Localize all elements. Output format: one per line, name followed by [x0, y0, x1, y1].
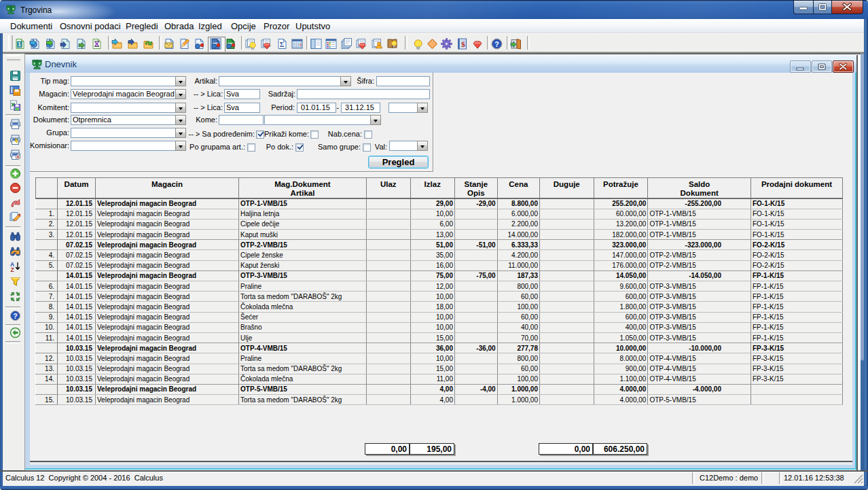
svg-text:?: ? [13, 312, 17, 319]
svg-text:Z: Z [10, 266, 14, 273]
svg-text:1: 1 [18, 41, 21, 48]
svg-text:$: $ [461, 40, 465, 48]
svg-text:?: ? [494, 40, 499, 48]
svg-text:Σ: Σ [279, 41, 284, 48]
